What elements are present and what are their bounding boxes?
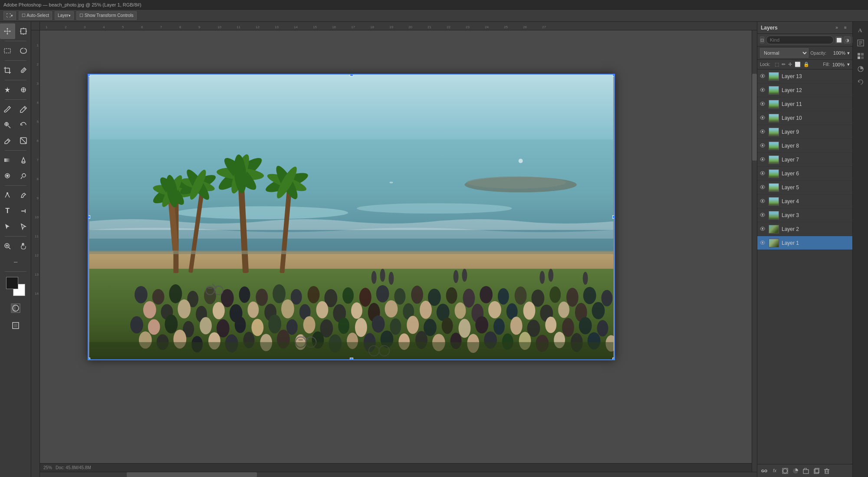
new-layer-button[interactable]	[812, 467, 821, 475]
foreground-color[interactable]	[6, 277, 18, 289]
layer-visibility-8[interactable]	[760, 143, 766, 148]
adjustment-button[interactable]	[791, 467, 800, 475]
adjustments-panel-btn[interactable]	[855, 63, 866, 75]
layer-item-7[interactable]: Layer 7	[757, 153, 852, 167]
layer-visibility-3[interactable]	[760, 213, 766, 218]
layer-visibility-13[interactable]	[760, 74, 766, 79]
selection-handle-middle-left[interactable]	[88, 215, 90, 219]
tool-preset-picker[interactable]: ⛶	[3, 11, 16, 20]
filter-type-icon[interactable]: ⊡	[760, 36, 764, 43]
layer-visibility-9[interactable]	[760, 129, 766, 135]
layer-item-3[interactable]: Layer 3	[757, 208, 852, 222]
clone-stamp-tool[interactable]	[0, 117, 15, 133]
layer-item-5[interactable]: Layer 5	[757, 181, 852, 194]
svg-point-197	[519, 159, 523, 163]
heal-tool[interactable]	[0, 82, 15, 98]
paint-bucket-tool[interactable]	[16, 152, 31, 168]
bg-eraser-tool[interactable]	[16, 133, 31, 148]
vertical-scrollbar[interactable]	[752, 30, 757, 472]
pencil-tool[interactable]	[16, 102, 31, 117]
lock-position-icon[interactable]: ✛	[788, 62, 792, 67]
layer-visibility-2[interactable]	[760, 227, 766, 232]
layer-item-10[interactable]: Layer 10	[757, 111, 852, 125]
show-transform-controls[interactable]: ☐ Show Transform Controls	[76, 11, 137, 20]
history-panel-btn[interactable]	[855, 76, 866, 88]
quick-mask-mode[interactable]	[8, 300, 23, 316]
panel-menu-btn[interactable]: ≡	[842, 24, 849, 31]
auto-select-checkbox[interactable]: ☐ Auto-Select	[19, 11, 52, 20]
opacity-value[interactable]: 100%	[828, 50, 845, 56]
lock-artboard-icon[interactable]: ⬜	[795, 62, 801, 67]
blend-mode-select[interactable]: Normal	[760, 48, 809, 58]
selection-handle-middle-right[interactable]	[612, 215, 615, 219]
panel-expand-btn[interactable]: »	[833, 24, 840, 31]
eyedropper-tool[interactable]	[16, 63, 31, 78]
layer-item-6[interactable]: Layer 6	[757, 167, 852, 181]
dodge-tool[interactable]	[16, 168, 31, 184]
screen-mode[interactable]	[8, 318, 23, 333]
layer-visibility-7[interactable]	[760, 157, 766, 162]
layer-visibility-10[interactable]	[760, 115, 766, 121]
swatches-panel-btn[interactable]	[855, 50, 866, 62]
layer-kind-search[interactable]	[766, 36, 834, 44]
layer-item-9[interactable]: Layer 9	[757, 125, 852, 139]
rect-marquee-tool[interactable]	[0, 43, 15, 59]
lock-image-icon[interactable]: ✏	[782, 62, 786, 67]
lock-transparent-icon[interactable]: ⬚	[775, 62, 779, 67]
gradient-tool[interactable]	[0, 152, 15, 168]
layer-item-11[interactable]: Layer 11	[757, 97, 852, 111]
fill-stepper[interactable]: ▾	[847, 62, 850, 67]
vertical-text-tool[interactable]: T	[16, 203, 31, 219]
character-panel-btn[interactable]: A	[855, 24, 866, 36]
crop-tool[interactable]	[0, 63, 15, 78]
fx-button[interactable]: fx	[770, 467, 779, 475]
selection-handle-bottom-left[interactable]	[88, 358, 90, 360]
filter-pixel-icon[interactable]: ⬜	[835, 36, 842, 43]
selection-handle-top-left[interactable]	[88, 74, 90, 76]
layer-item-8[interactable]: Layer 8	[757, 139, 852, 153]
layer-item-13[interactable]: Layer 13	[757, 69, 852, 83]
history-brush-tool[interactable]	[16, 117, 31, 133]
brush-tool[interactable]	[0, 102, 15, 117]
layer-visibility-1[interactable]	[760, 240, 766, 246]
text-tool[interactable]: T	[0, 203, 15, 219]
selection-handle-top-center[interactable]	[350, 74, 353, 76]
add-mask-button[interactable]	[781, 467, 789, 475]
selection-handle-top-right[interactable]	[612, 74, 615, 76]
lasso-tool[interactable]	[16, 43, 31, 59]
horizontal-scrollbar[interactable]	[40, 472, 757, 477]
layer-visibility-5[interactable]	[760, 185, 766, 190]
filter-adjust-icon[interactable]: ◑	[844, 36, 851, 43]
patch-tool[interactable]	[16, 82, 31, 98]
pen-tool[interactable]	[0, 188, 15, 203]
color-swatches[interactable]	[6, 277, 25, 296]
layer-item-4[interactable]: Layer 4	[757, 194, 852, 208]
layer-item-1[interactable]: Layer 1	[757, 236, 852, 250]
auto-select-type[interactable]: Layer	[55, 11, 74, 20]
new-group-button[interactable]	[802, 467, 810, 475]
layer-item-12[interactable]: Layer 12	[757, 83, 852, 97]
layer-visibility-11[interactable]	[760, 102, 766, 107]
more-tools[interactable]: ···	[8, 254, 23, 270]
fill-value[interactable]: 100%	[832, 62, 845, 67]
path-select-tool[interactable]	[0, 219, 15, 234]
delete-layer-button[interactable]	[822, 467, 831, 475]
properties-panel-btn[interactable]	[855, 37, 866, 49]
selection-handle-bottom-center[interactable]	[350, 358, 353, 360]
zoom-tool[interactable]	[0, 238, 15, 254]
lock-all-icon[interactable]: 🔒	[803, 62, 809, 67]
artboard-tool[interactable]	[16, 23, 31, 39]
move-tool[interactable]	[0, 23, 15, 39]
blur-tool[interactable]	[0, 168, 15, 184]
layer-visibility-4[interactable]	[760, 199, 766, 204]
direct-select-tool[interactable]	[16, 219, 31, 234]
eraser-tool[interactable]	[0, 133, 15, 148]
layer-item-2[interactable]: Layer 2	[757, 222, 852, 236]
layer-visibility-6[interactable]	[760, 171, 766, 176]
opacity-stepper[interactable]: ▾	[847, 50, 850, 56]
selection-handle-bottom-right[interactable]	[612, 358, 615, 360]
layer-visibility-12[interactable]	[760, 88, 766, 93]
freeform-pen-tool[interactable]	[16, 188, 31, 203]
go-button[interactable]: GO	[760, 467, 769, 475]
hand-tool[interactable]	[16, 238, 31, 254]
